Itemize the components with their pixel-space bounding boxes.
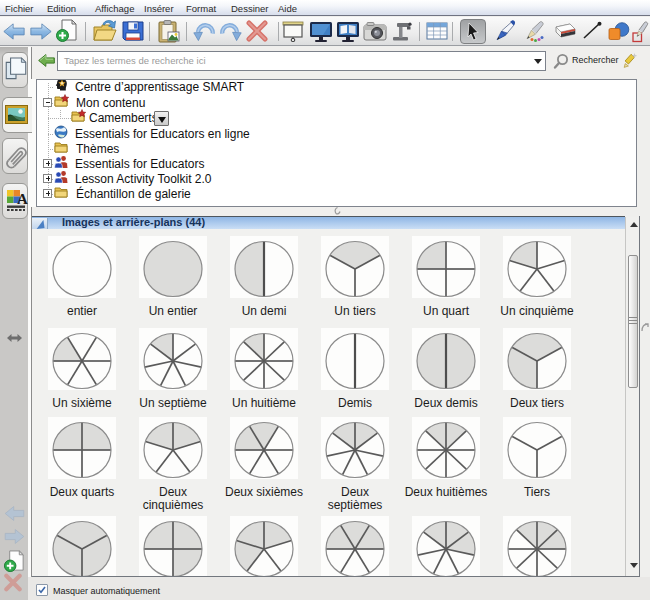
svg-text:A: A (17, 191, 28, 207)
